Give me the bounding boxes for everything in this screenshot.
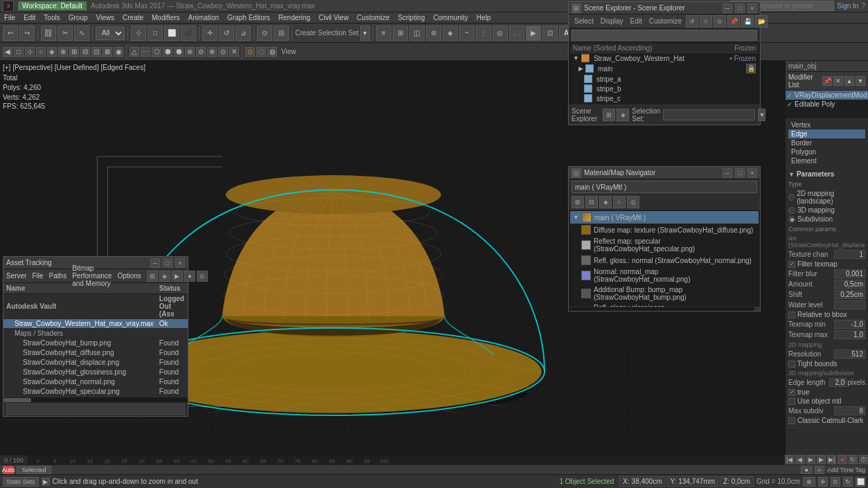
layer-manager-btn[interactable]: ≡ [376,26,391,41]
prev-frame-btn[interactable]: ◀ [795,455,804,464]
menu-group[interactable]: Group [67,14,89,21]
modifier-move-up-btn[interactable]: ▲ [844,76,854,86]
se-save-btn[interactable]: 💾 [741,15,754,28]
se-refresh-btn[interactable]: ↺ [686,15,698,28]
ribbon-tb-btn-21[interactable]: ✕ [229,47,239,57]
mat-item-refl-gloss[interactable]: Refl. gloss.: normal (StrawCowboyHat_nor… [570,254,759,266]
water-level-input[interactable] [834,300,865,309]
scene-search-input[interactable] [572,30,757,41]
ribbon-tb-btn-1[interactable]: ◀ [3,47,12,57]
select-by-name-button[interactable]: □ [148,26,163,41]
sub-vertex[interactable]: Vertex [788,120,865,129]
selection-set-arrow-btn[interactable]: ▼ [758,109,765,121]
mat-nav-btn-5[interactable]: ◎ [627,196,639,208]
selection-set-input[interactable] [663,109,755,120]
scene-item-stripe-a[interactable]: stripe_a [570,74,759,84]
view-dependent-option[interactable]: ✓ true [788,388,865,397]
se-select-btn[interactable]: Select [572,17,596,25]
type-2d-radio[interactable] [788,194,795,201]
asset-menu-bitmap[interactable]: Bitmap Performance and Memory [72,264,112,287]
key-filter-btn[interactable]: ⊹ [815,466,824,474]
asset-row-maxfile[interactable]: Straw_Cowboy_Western_Hat_max_vray.max Ok [3,319,188,329]
scene-explorer-maximize-btn[interactable]: □ [735,3,745,13]
menu-rendering[interactable]: Rendering [277,14,312,21]
tight-bounds-check[interactable] [788,361,795,368]
record-btn[interactable]: ● [838,455,847,464]
resolution-input[interactable] [834,350,865,359]
next-frame-btn[interactable]: ▶ [817,455,826,464]
filter-texmap-option[interactable]: ✓ Filter texmap [788,260,865,269]
sign-in-button[interactable]: Sign In [837,2,858,10]
ribbon-tb-btn-3[interactable]: ⊹ [25,47,35,57]
ribbon-tb-btn-23[interactable]: ◍ [267,47,277,57]
mat-item-bump[interactable]: Additional Bump: bump_map (StrawCowboyHa… [570,284,759,302]
viewport-nav-pan-btn[interactable]: ✛ [818,477,828,487]
scene-item-stripe-b[interactable]: stripe_b [570,84,759,93]
render-active-btn[interactable]: ⊡ [542,26,558,41]
undo-button[interactable]: ↩ [3,26,18,41]
named-sel-btn[interactable]: ◈ [443,26,458,41]
scale-button[interactable]: ⊿ [236,26,251,41]
sub-element[interactable]: Element [788,156,865,165]
material-nav-scroll-thumb[interactable] [754,307,760,311]
ribbon-tb-btn-20[interactable]: ⊙ [218,47,228,57]
material-nav-minimize-btn[interactable]: ─ [723,168,732,178]
asset-menu-server[interactable]: Server [6,272,26,280]
menu-help[interactable]: Help [475,14,493,21]
mat-nav-btn-3[interactable]: ◈ [599,196,612,208]
curve-editor-btn[interactable]: ~ [459,26,475,41]
asset-icon-2[interactable]: ◈ [159,271,170,282]
play-btn[interactable]: ▶ [806,455,815,464]
modifier-move-down-btn[interactable]: ▼ [856,76,865,86]
modifier-pin-btn[interactable]: 📌 [822,76,832,86]
mat-item-main[interactable]: ▼ main ( VRayMtl ) [570,211,759,224]
menu-scripting[interactable]: Scripting [396,14,426,21]
timeline-track[interactable]: 0 5 10 15 20 25 30 35 40 45 50 55 60 65 … [28,455,785,464]
mirror-btn[interactable]: ◫ [409,26,425,41]
material-nav-scrollbar[interactable] [569,307,760,311]
modifier-delete-btn[interactable]: ✕ [833,76,843,86]
asset-tracking-minimize-btn[interactable]: ─ [150,258,160,268]
asset-icon-1[interactable]: ⊞ [147,271,158,282]
use-pivot-button[interactable]: ⊙ [257,26,272,41]
menu-tools[interactable]: Tools [42,14,61,21]
se-pin-btn[interactable]: 📌 [727,15,740,28]
material-nav-close-btn[interactable]: × [747,168,757,178]
asset-icon-5[interactable]: ⊙ [197,271,208,282]
type-3d-radio[interactable] [788,207,795,214]
workspace-label[interactable]: Workspace: Default [18,1,87,10]
ribbon-tb-btn-6[interactable]: ⊕ [58,47,68,57]
material-editor-btn[interactable]: ◎ [493,26,508,41]
classic-catmull-option[interactable]: Classic Catmull-Clark [788,416,865,425]
ribbon-btn[interactable]: ⊞ [393,26,408,41]
ribbon-tb-btn-5[interactable]: ◈ [47,47,57,57]
scene-explorer-close-btn[interactable]: × [747,3,757,13]
sub-edge[interactable]: Edge [788,129,865,138]
ribbon-tb-btn-19[interactable]: ⊗ [207,47,217,57]
asset-row-normal[interactable]: StrawCowboyHat_normal.png Found [3,377,188,387]
relative-bbox-option[interactable]: Relative to bbox [788,310,865,319]
menu-edit[interactable]: Edit [22,14,37,21]
asset-row-bump[interactable]: StrawCowboyHat_bump.png Found [3,338,188,348]
ribbon-tb-btn-8[interactable]: ⊟ [80,47,90,57]
mat-nav-btn-2[interactable]: ⊟ [585,196,598,208]
align-btn[interactable]: ⊜ [426,26,441,41]
menu-civil-view[interactable]: Civil View [317,14,350,21]
link-button[interactable]: ⛓ [41,26,56,41]
menu-modifiers[interactable]: Modifiers [150,14,181,21]
asset-row-autodesk[interactable]: Autodesk Vault Logged Out (Ass [3,294,188,319]
ribbon-tb-btn-10[interactable]: ⊠ [103,47,112,57]
scene-item-root[interactable]: ▼ Straw_Cowboy_Western_Hat • Frozen [570,53,759,63]
scene-item-main[interactable]: ▶ main 🔒 [570,63,759,74]
type-subdivision-option[interactable]: Subdivision [788,215,865,224]
unlink-button[interactable]: ✂ [57,26,73,41]
menu-create[interactable]: Create [121,14,145,21]
auto-key-btn[interactable]: Auto [3,466,14,474]
menu-views[interactable]: Views [95,14,116,21]
texmap-max-input[interactable] [834,330,865,339]
texmap-min-input[interactable] [834,320,865,329]
se-edit-btn[interactable]: Edit [628,17,645,25]
ribbon-tb-btn-7[interactable]: ⊞ [69,47,79,57]
render-btn[interactable]: ▶ [526,26,541,41]
menu-file[interactable]: File [3,14,17,21]
